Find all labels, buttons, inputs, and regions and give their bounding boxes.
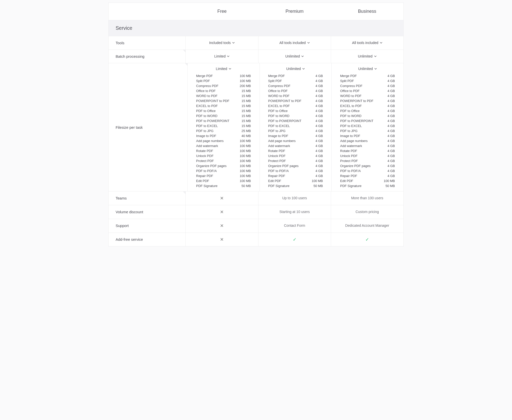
- cell-teams-premium: Up to 100 users: [258, 192, 331, 205]
- filesize-list-premium: Merge PDF4 GBSplit PDF4 GBCompress PDF4 …: [260, 73, 332, 191]
- filesize-tool-name: WORD to PDF: [340, 94, 361, 98]
- filesize-tool-name: Office to PDF: [196, 89, 216, 93]
- filesize-tool-name: PDF to WORD: [196, 114, 217, 118]
- filesize-item: PDF to Office4 GB: [268, 108, 323, 113]
- filesize-item: Unlock PDF4 GB: [268, 153, 323, 158]
- filesize-tool-size: 4 GB: [387, 129, 395, 133]
- filesize-tool-size: 50 MB: [241, 184, 251, 188]
- cell-adfree-business: ✓: [331, 233, 403, 246]
- filesize-item: Compress PDF4 GB: [268, 83, 323, 88]
- filesize-tool-name: Image to PDF: [340, 134, 360, 138]
- filesize-tool-size: 4 GB: [316, 74, 323, 78]
- filesize-item: PDF Signature50 MB: [340, 183, 395, 188]
- filesize-tool-name: Image to PDF: [268, 134, 288, 138]
- cell-tools-premium[interactable]: All tools included: [258, 36, 331, 50]
- cell-batch-business[interactable]: Unlimited: [331, 50, 403, 63]
- filesize-tool-name: WORD to PDF: [268, 94, 290, 98]
- filesize-free-head: Limited: [216, 67, 227, 71]
- filesize-tool-name: Unlock PDF: [340, 154, 357, 158]
- filesize-item: Unlock PDF4 GB: [340, 153, 395, 158]
- batch-premium-dropdown[interactable]: Unlimited: [285, 54, 304, 58]
- filesize-business-dropdown[interactable]: Unlimited: [358, 67, 377, 71]
- filesize-item: Repair PDF4 GB: [268, 173, 323, 178]
- filesize-tool-name: Split PDF: [268, 79, 282, 83]
- cell-tools-free[interactable]: Included tools: [185, 36, 258, 50]
- tools-premium-dropdown[interactable]: All tools included: [280, 41, 310, 45]
- filesize-tool-size: 200 MB: [240, 84, 251, 88]
- filesize-item: Protect PDF4 GB: [268, 158, 323, 163]
- filesize-tool-size: 15 MB: [241, 104, 251, 108]
- filesize-item: Image to PDF4 GB: [340, 133, 395, 138]
- filesize-tool-size: 4 GB: [316, 89, 323, 93]
- filesize-tool-size: 15 MB: [241, 119, 251, 123]
- filesize-free-dropdown[interactable]: Limited: [216, 67, 231, 71]
- filesize-tool-name: Rotate PDF: [196, 149, 213, 153]
- filesize-tool-name: Repair PDF: [196, 174, 213, 178]
- filesize-tool-size: 4 GB: [387, 139, 395, 143]
- filesize-item: PDF to PDF/A4 GB: [340, 168, 395, 173]
- filesize-tool-name: PDF to POWERPOINT: [268, 119, 302, 123]
- filesize-item: Rotate PDF100 MB: [196, 148, 251, 153]
- filesize-tool-size: 4 GB: [387, 119, 395, 123]
- batch-business-value: Unlimited: [358, 54, 372, 58]
- filesize-tool-size: 4 GB: [387, 149, 395, 153]
- filesize-tool-size: 4 GB: [387, 104, 395, 108]
- filesize-item: WORD to PDF4 GB: [268, 93, 323, 98]
- filesize-tool-size: 100 MB: [240, 164, 251, 168]
- filesize-tool-name: Rotate PDF: [340, 149, 357, 153]
- filesize-tool-name: Merge PDF: [268, 74, 285, 78]
- filesize-tool-name: Compress PDF: [268, 84, 291, 88]
- cell-batch-free[interactable]: Limited: [185, 50, 258, 63]
- tools-free-dropdown[interactable]: Included tools: [209, 41, 235, 45]
- cell-filesize-business: Unlimited Merge PDF4 GBSplit PDF4 GBComp…: [331, 63, 403, 191]
- filesize-tool-size: 100 MB: [240, 79, 251, 83]
- filesize-tool-name: Unlock PDF: [196, 154, 213, 158]
- filesize-tool-name: Office to PDF: [268, 89, 288, 93]
- filesize-tool-size: 15 MB: [241, 94, 251, 98]
- filesize-item: Compress PDF4 GB: [340, 83, 395, 88]
- filesize-item: Organize PDF pages4 GB: [268, 163, 323, 168]
- filesize-tool-size: 40 MB: [241, 134, 251, 138]
- filesize-tool-name: Split PDF: [196, 79, 210, 83]
- batch-business-dropdown[interactable]: Unlimited: [358, 54, 376, 58]
- filesize-tool-size: 4 GB: [316, 139, 323, 143]
- filesize-tool-size: 100 MB: [384, 179, 395, 183]
- cell-batch-premium[interactable]: Unlimited: [258, 50, 331, 63]
- chevron-down-icon: [374, 55, 377, 58]
- filesize-tool-size: 100 MB: [240, 149, 251, 153]
- filesize-tool-size: 4 GB: [316, 154, 323, 158]
- filesize-tool-size: 4 GB: [387, 159, 395, 163]
- filesize-tool-size: 4 GB: [387, 84, 395, 88]
- filesize-tool-size: 100 MB: [240, 74, 251, 78]
- filesize-tool-size: 4 GB: [316, 149, 323, 153]
- cell-filesize-free: Limited Merge PDF100 MBSplit PDF100 MBCo…: [187, 63, 260, 191]
- row-label-volume: Volume discount: [109, 205, 185, 219]
- filesize-tool-size: 4 GB: [316, 99, 323, 103]
- filesize-item: PDF to JPG4 GB: [268, 128, 323, 133]
- filesize-item: WORD to PDF4 GB: [340, 93, 395, 98]
- filesize-tool-name: PDF to EXCEL: [340, 124, 362, 128]
- filesize-item: PDF Signature50 MB: [268, 183, 323, 188]
- filesize-item: Add watermark100 MB: [196, 143, 251, 148]
- filesize-tool-size: 15 MB: [241, 109, 251, 113]
- filesize-tool-name: Protect PDF: [268, 159, 286, 163]
- filesize-list-business: Merge PDF4 GBSplit PDF4 GBCompress PDF4 …: [332, 73, 403, 191]
- filesize-tool-name: Add page numbers: [340, 139, 368, 143]
- filesize-item: Compress PDF200 MB: [196, 83, 251, 88]
- filesize-tool-name: EXCEL to PDF: [340, 104, 362, 108]
- filesize-tool-size: 15 MB: [241, 114, 251, 118]
- tools-business-dropdown[interactable]: All tools included: [352, 41, 382, 45]
- cell-support-premium: Contact Form: [258, 219, 331, 232]
- filesize-tool-size: 4 GB: [316, 134, 323, 138]
- batch-free-dropdown[interactable]: Limited: [214, 54, 229, 58]
- filesize-tool-name: PDF to Office: [340, 109, 360, 113]
- filesize-list-free: Merge PDF100 MBSplit PDF100 MBCompress P…: [188, 73, 260, 191]
- filesize-tool-name: Add page numbers: [268, 139, 296, 143]
- filesize-tool-size: 50 MB: [385, 184, 395, 188]
- filesize-item: EXCEL to PDF15 MB: [196, 103, 251, 108]
- filesize-tool-size: 100 MB: [240, 139, 251, 143]
- filesize-item: PDF to WORD4 GB: [268, 113, 323, 118]
- filesize-premium-dropdown[interactable]: Unlimited: [286, 67, 305, 71]
- x-icon: ✕: [220, 223, 224, 228]
- cell-tools-business[interactable]: All tools included: [331, 36, 403, 50]
